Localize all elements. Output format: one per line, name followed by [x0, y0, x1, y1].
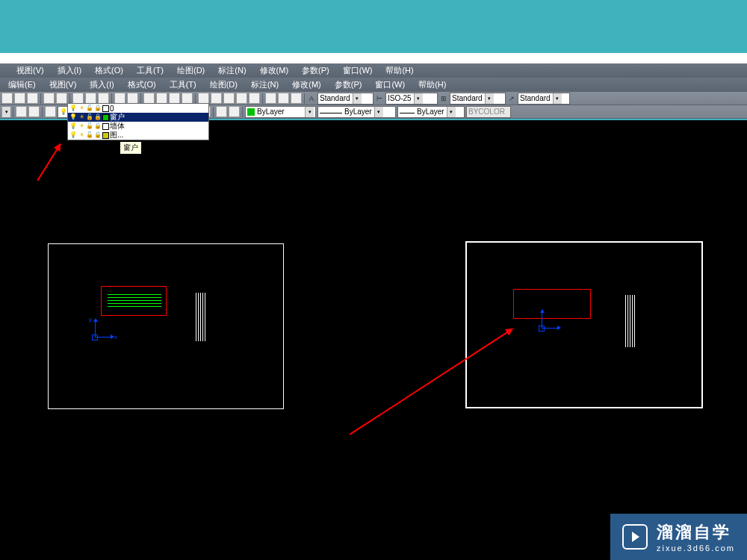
- separator: [40, 93, 41, 104]
- layer-row[interactable]: 💡 ☀ 🔓 🔒 0: [68, 104, 208, 113]
- menu-help[interactable]: 帮助(H): [412, 78, 453, 92]
- copy-icon[interactable]: [85, 93, 96, 104]
- menu-format[interactable]: 格式(O): [121, 78, 163, 92]
- menu-edit[interactable]: 编辑(E): [1, 78, 43, 92]
- dim-icon[interactable]: ⊢: [375, 94, 384, 103]
- mleader-style-value: Standard: [520, 94, 551, 102]
- print-icon[interactable]: [43, 93, 55, 104]
- layer-row[interactable]: 💡 ☀ 🔓 🔒 图...: [68, 131, 208, 140]
- tooltip: 窗户: [120, 141, 142, 155]
- menu-window[interactable]: 窗口(W): [336, 63, 379, 78]
- layer-row[interactable]: 💡 ☀ 🔓 🔒 墙体: [68, 122, 208, 131]
- properties-icon[interactable]: [198, 93, 209, 104]
- menu-modify[interactable]: 修改(M): [285, 78, 328, 92]
- menu-tools[interactable]: 工具(T): [130, 63, 170, 78]
- title-bar: [0, 53, 747, 63]
- menu-parametric[interactable]: 参数(P): [328, 78, 369, 92]
- layer-states-icon[interactable]: [28, 106, 40, 117]
- markup-icon[interactable]: [249, 93, 260, 104]
- menu-view[interactable]: 视图(V): [10, 63, 51, 78]
- separator: [262, 93, 263, 104]
- dropdown-arrow-icon[interactable]: ▾: [485, 93, 494, 104]
- menu-modify[interactable]: 修改(M): [253, 63, 296, 78]
- menu-dimension[interactable]: 标注(N): [244, 78, 285, 92]
- menu-dimension[interactable]: 标注(N): [211, 63, 252, 78]
- zoom-prev-icon[interactable]: [182, 93, 193, 104]
- redo-icon[interactable]: [127, 93, 138, 104]
- separator: [69, 93, 70, 104]
- color-value: ByLayer: [257, 108, 285, 116]
- table-style-combo[interactable]: Standard ▾: [450, 93, 506, 105]
- preview-icon[interactable]: [56, 93, 67, 104]
- separator: [304, 93, 305, 104]
- linetype-combo[interactable]: ByLayer ▾: [317, 106, 396, 118]
- design-center-icon[interactable]: [211, 93, 222, 104]
- layer-dropdown-list[interactable]: 💡 ☀ 🔓 🔒 0 💡 ☀ 🔓 🔒 窗户 💡 ☀ 🔓 🔒 墙体 💡 ☀ �: [67, 103, 209, 140]
- text-style-combo[interactable]: Standard ▾: [317, 93, 374, 105]
- tool-palette-icon[interactable]: [223, 93, 235, 104]
- new-icon[interactable]: [1, 93, 13, 104]
- layer-make-icon[interactable]: [216, 106, 227, 117]
- layer-color-swatch: [102, 123, 109, 130]
- zoom-icon[interactable]: [156, 93, 167, 104]
- dropdown-arrow-icon[interactable]: ▾: [447, 107, 456, 117]
- menu-window[interactable]: 窗口(W): [368, 78, 412, 92]
- mleader-icon[interactable]: ↗: [507, 94, 516, 103]
- pan-icon[interactable]: [143, 93, 155, 104]
- rectangle-shape: [513, 289, 591, 319]
- zoom-window-icon[interactable]: [169, 93, 180, 104]
- save-icon[interactable]: [27, 93, 38, 104]
- separator: [242, 107, 243, 117]
- dim-style-combo[interactable]: ISO-25 ▾: [385, 93, 438, 105]
- menu-format[interactable]: 格式(O): [88, 63, 130, 78]
- undo-icon[interactable]: [114, 93, 125, 104]
- dropdown-arrow-icon[interactable]: ▾: [553, 93, 562, 104]
- hatch-icon[interactable]: [278, 93, 289, 104]
- separator: [140, 93, 141, 104]
- menu-help[interactable]: 帮助(H): [379, 63, 420, 78]
- dropdown-arrow-icon[interactable]: ▾: [414, 93, 423, 104]
- color-swatch: [247, 108, 255, 116]
- drawing-canvas[interactable]: x y: [0, 120, 747, 560]
- menu-item[interactable]: [1, 69, 10, 72]
- rectangle-shape: [101, 286, 167, 316]
- dim-style-value: ISO-25: [388, 94, 412, 102]
- layer-row-selected[interactable]: 💡 ☀ 🔓 🔒 窗户: [68, 113, 208, 122]
- separator: [111, 93, 112, 104]
- dropdown-arrow-icon[interactable]: ▾: [374, 107, 383, 117]
- layer-match-icon[interactable]: [229, 106, 240, 117]
- cut-icon[interactable]: [72, 93, 84, 104]
- text-style-value: Standard: [320, 94, 350, 102]
- layer-props-icon[interactable]: [16, 106, 27, 117]
- menu-draw[interactable]: 绘图(D): [203, 78, 244, 92]
- menu-bar-1: 视图(V) 插入(I) 格式(O) 工具(T) 绘图(D) 标注(N) 修改(M…: [0, 63, 747, 78]
- watermark-url: zixue.3d66.com: [657, 544, 735, 553]
- paste-icon[interactable]: [98, 93, 109, 104]
- table-icon[interactable]: ⊞: [439, 94, 448, 103]
- mleader-style-combo[interactable]: Standard ▾: [518, 93, 570, 105]
- layer-manager-icon[interactable]: [45, 106, 56, 117]
- plot-style-combo[interactable]: BYCOLOR: [466, 106, 511, 118]
- dropdown-arrow-icon[interactable]: ▾: [1, 107, 10, 117]
- text-icon[interactable]: [291, 93, 302, 104]
- block-icon[interactable]: [265, 93, 276, 104]
- layer-color-swatch: [102, 114, 109, 121]
- lineweight-combo[interactable]: ByLayer ▾: [397, 106, 465, 118]
- viewport-2[interactable]: [465, 241, 703, 408]
- menu-insert[interactable]: 插入(I): [83, 78, 120, 92]
- menu-parametric[interactable]: 参数(P): [295, 63, 336, 78]
- menu-draw[interactable]: 绘图(D): [170, 63, 211, 78]
- dropdown-arrow-icon[interactable]: ▾: [353, 93, 362, 104]
- style-a-icon[interactable]: A: [307, 94, 316, 103]
- menu-tools[interactable]: 工具(T): [163, 78, 203, 92]
- menu-insert[interactable]: 插入(I): [51, 63, 88, 78]
- viewport-1[interactable]: x y: [48, 243, 284, 409]
- dropdown-arrow-icon[interactable]: ▾: [305, 107, 314, 117]
- separator: [13, 107, 13, 117]
- sheet-set-icon[interactable]: [236, 93, 247, 104]
- vertical-lines: [196, 293, 205, 341]
- menu-view[interactable]: 视图(V): [43, 78, 84, 92]
- annotation-arrow: [37, 143, 61, 181]
- color-combo[interactable]: ByLayer ▾: [245, 106, 316, 118]
- open-icon[interactable]: [14, 93, 25, 104]
